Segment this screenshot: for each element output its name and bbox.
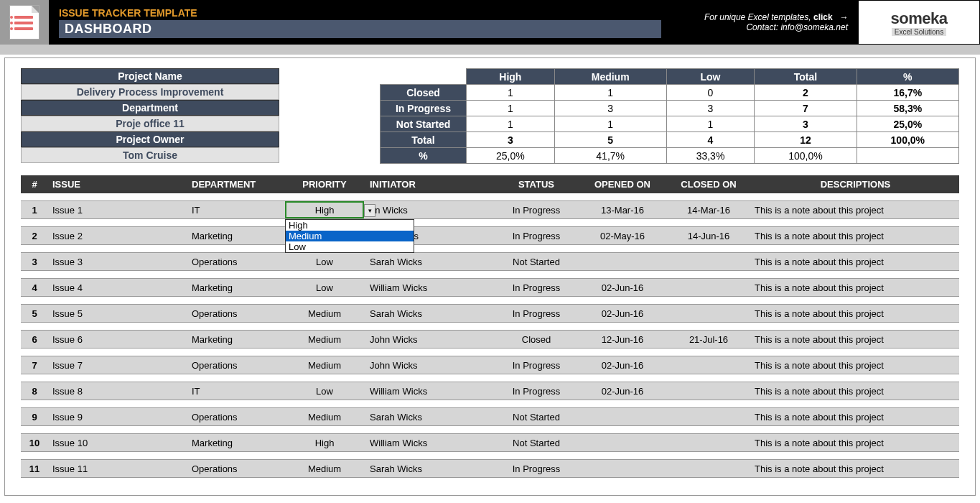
cell-dept[interactable]: Operations: [192, 412, 285, 423]
cell-initiator[interactable]: Sarah Wicks: [364, 308, 493, 319]
stats-cell[interactable]: 1: [554, 85, 666, 101]
cell-desc[interactable]: This is a note about this project: [752, 257, 959, 267]
cell-initiator[interactable]: William Wicks: [364, 282, 493, 293]
stats-cell[interactable]: 4: [666, 132, 755, 148]
cell-dept[interactable]: Operations: [192, 257, 285, 267]
logo[interactable]: someka Excel Solutions: [858, 0, 980, 45]
cell-priority[interactable]: Low: [285, 386, 364, 397]
cell-priority[interactable]: Low: [285, 257, 364, 267]
cell-closed[interactable]: 14-Jun-16: [666, 231, 752, 241]
table-row[interactable]: 8Issue 8ITLowWilliam WicksIn Progress02-…: [21, 382, 959, 400]
stats-cell[interactable]: 100,0%: [755, 148, 857, 164]
cell-priority[interactable]: Medium: [285, 360, 364, 371]
cell-opened[interactable]: 02-Jun-16: [579, 282, 666, 293]
table-row[interactable]: 3Issue 3OperationsLowSarah WicksNot Star…: [21, 252, 959, 271]
cell-initiator[interactable]: hn Wicks: [364, 205, 493, 216]
stats-cell[interactable]: 12: [755, 132, 857, 148]
stats-cell[interactable]: 0: [666, 85, 755, 101]
dropdown-option-medium[interactable]: Medium: [286, 231, 414, 241]
table-row[interactable]: 5Issue 5OperationsMediumSarah WicksIn Pr…: [21, 304, 959, 323]
cell-dept[interactable]: IT: [192, 205, 285, 216]
table-row[interactable]: 11Issue 11OperationsMediumSarah WicksIn …: [21, 459, 959, 478]
cell-priority[interactable]: Medium: [285, 308, 364, 319]
cell-issue[interactable]: Issue 6: [48, 334, 192, 345]
cell-dept[interactable]: Operations: [192, 463, 285, 474]
cell-initiator[interactable]: John Wicks: [364, 360, 493, 371]
cell-initiator[interactable]: John Wicks: [364, 334, 493, 345]
cell-issue[interactable]: Issue 3: [48, 257, 192, 267]
cell-issue[interactable]: Issue 7: [48, 360, 192, 371]
table-row[interactable]: 4Issue 4MarketingLowWilliam WicksIn Prog…: [21, 278, 959, 297]
cell-desc[interactable]: This is a note about this project: [752, 334, 959, 345]
stats-cell[interactable]: 3: [554, 101, 666, 116]
cell-opened[interactable]: 02-Jun-16: [579, 308, 666, 319]
cell-initiator[interactable]: Sarah Wicks: [364, 412, 493, 423]
cell-opened[interactable]: 02-Jun-16: [579, 360, 666, 371]
cell-closed[interactable]: 21-Jul-16: [666, 334, 752, 345]
department-value[interactable]: Proje office 11: [21, 116, 279, 131]
cell-issue[interactable]: Issue 8: [48, 386, 192, 397]
stats-cell[interactable]: 3: [467, 132, 555, 148]
cell-status[interactable]: In Progress: [493, 386, 579, 397]
promo-link[interactable]: For unique Excel templates, click →: [704, 12, 848, 22]
cell-priority[interactable]: High: [285, 438, 364, 448]
cell-num[interactable]: 11: [21, 463, 48, 474]
cell-opened[interactable]: 02-Jun-16: [579, 386, 666, 397]
priority-cell-selected[interactable]: High▾: [285, 201, 364, 218]
cell-dept[interactable]: Operations: [192, 308, 285, 319]
chevron-down-icon[interactable]: ▾: [364, 204, 375, 217]
cell-opened[interactable]: 13-Mar-16: [579, 205, 666, 216]
cell-dept[interactable]: Marketing: [192, 282, 285, 293]
cell-status[interactable]: In Progress: [493, 282, 579, 293]
stats-cell[interactable]: 1: [467, 85, 555, 101]
owner-value[interactable]: Tom Cruise: [21, 147, 279, 163]
cell-num[interactable]: 1: [21, 205, 48, 216]
dropdown-option-high[interactable]: High: [286, 220, 414, 231]
cell-num[interactable]: 4: [21, 282, 48, 293]
cell-status[interactable]: Not Started: [493, 257, 579, 267]
cell-dept[interactable]: Marketing: [192, 438, 285, 448]
cell-initiator[interactable]: William Wicks: [364, 386, 493, 397]
cell-num[interactable]: 10: [21, 438, 48, 448]
stats-cell[interactable]: 5: [554, 132, 666, 148]
stats-cell[interactable]: 100,0%: [857, 132, 958, 148]
cell-status[interactable]: In Progress: [493, 205, 579, 216]
cell-issue[interactable]: Issue 9: [48, 412, 192, 423]
cell-num[interactable]: 6: [21, 334, 48, 345]
cell-num[interactable]: 8: [21, 386, 48, 397]
cell-num[interactable]: 5: [21, 308, 48, 319]
cell-dept[interactable]: IT: [192, 386, 285, 397]
cell-status[interactable]: In Progress: [493, 231, 579, 241]
cell-issue[interactable]: Issue 4: [48, 282, 192, 293]
cell-desc[interactable]: This is a note about this project: [752, 308, 959, 319]
table-row[interactable]: 2Issue 2Marketingilliam WicksIn Progress…: [21, 226, 959, 245]
cell-desc[interactable]: This is a note about this project: [752, 205, 959, 216]
cell-status[interactable]: Not Started: [493, 412, 579, 423]
table-row[interactable]: 10Issue 10MarketingHighWilliam WicksNot …: [21, 433, 959, 452]
stats-cell[interactable]: 25,0%: [857, 116, 958, 132]
cell-priority-active[interactable]: High▾: [285, 201, 364, 218]
table-row[interactable]: 1Issue 1ITHigh▾hn WicksIn Progress13-Mar…: [21, 200, 959, 219]
stats-cell[interactable]: 33,3%: [666, 148, 755, 164]
cell-issue[interactable]: Issue 1: [48, 205, 192, 216]
priority-dropdown-list[interactable]: High Medium Low: [285, 219, 414, 253]
table-row[interactable]: 9Issue 9OperationsMediumSarah WicksNot S…: [21, 407, 959, 426]
stats-cell[interactable]: 1: [666, 116, 755, 132]
cell-status[interactable]: Not Started: [493, 438, 579, 448]
cell-desc[interactable]: This is a note about this project: [752, 360, 959, 371]
stats-cell[interactable]: 16,7%: [857, 85, 958, 101]
stats-cell[interactable]: 3: [755, 116, 857, 132]
cell-num[interactable]: 2: [21, 231, 48, 241]
cell-num[interactable]: 3: [21, 257, 48, 267]
cell-issue[interactable]: Issue 10: [48, 438, 192, 448]
cell-desc[interactable]: This is a note about this project: [752, 412, 959, 423]
cell-issue[interactable]: Issue 5: [48, 308, 192, 319]
cell-desc[interactable]: This is a note about this project: [752, 463, 959, 474]
cell-issue[interactable]: Issue 2: [48, 231, 192, 241]
cell-dept[interactable]: Operations: [192, 360, 285, 371]
cell-num[interactable]: 7: [21, 360, 48, 371]
stats-cell[interactable]: 1: [554, 116, 666, 132]
cell-opened[interactable]: 12-Jun-16: [579, 334, 666, 345]
cell-desc[interactable]: This is a note about this project: [752, 231, 959, 241]
cell-opened[interactable]: 02-May-16: [579, 231, 666, 241]
